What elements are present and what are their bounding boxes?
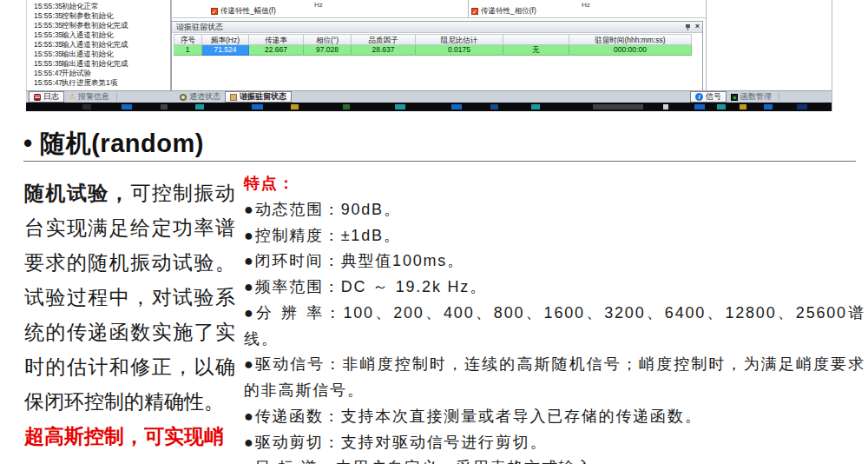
log-time: 15:55:47	[27, 69, 62, 78]
warning-icon: ⚠	[69, 93, 76, 101]
feature-item: ●闭环时间：典型值100ms。	[244, 249, 865, 275]
tab-alarm-info[interactable]: ⚠ 报警信息	[64, 91, 114, 103]
log-entry[interactable]: 15:55:35控制参数初始化	[27, 11, 170, 21]
taskbar-icon-fragment	[195, 104, 204, 109]
feature-item: ●驱动信号：非峭度控制时，连续的高斯随机信号；峭度控制时，为满足峭度要求的非高斯…	[244, 352, 865, 404]
tab-channel-status[interactable]: 通道状态	[175, 91, 225, 103]
intro-lead-text: 随机试验，	[24, 182, 130, 204]
taskbar-icon-fragment	[531, 104, 540, 109]
legend-label: 传递特性_幅值(f)	[220, 6, 276, 17]
column-header[interactable]: 传递率	[249, 34, 304, 45]
tab-separator	[116, 93, 117, 101]
tab-label: 日志	[43, 91, 59, 103]
log-message: 执行进度表第1项	[62, 78, 170, 88]
feature-item: ●目 标 谱：由用户自定义，采用表格方式输入	[244, 455, 865, 464]
taskbar-icon-fragment	[764, 104, 773, 109]
column-header[interactable]: 阻尼比估计	[416, 34, 503, 45]
log-message: 开始试验	[62, 69, 170, 78]
log-entry[interactable]: 15:55:47开始试验	[27, 69, 170, 78]
column-header[interactable]: 驻留时间(hhh:mm:ss)	[569, 34, 692, 45]
log-time: 15:55:35	[27, 11, 62, 21]
taskbar-icon-fragment	[740, 104, 746, 109]
software-screenshot-strip: 15:55:35初始化正常 15:55:35控制参数初始化 15:55:35控制…	[0, 0, 868, 111]
taskbar-icon-fragment	[451, 104, 462, 109]
tab-label: 信号	[706, 91, 721, 103]
column-header[interactable]: 频率(Hz)	[202, 34, 249, 45]
info-icon: i	[695, 93, 703, 101]
tab-resonance-dwell-status[interactable]: 谐振驻留状态	[225, 91, 292, 103]
panel-titlebar[interactable]: 谐振驻留状态 ×	[172, 22, 702, 33]
table-header-row: 序号 频率(Hz) 传递率 相位(°) 品质因子 阻尼比估计 驻留时间(hhh:…	[174, 34, 702, 45]
log-entry[interactable]: 15:55:47执行进度表第1项	[27, 78, 170, 88]
log-time: 15:55:35	[27, 50, 62, 59]
log-panel: 15:55:35初始化正常 15:55:35控制参数初始化 15:55:35控制…	[26, 0, 171, 91]
features-list: 特点： ●动态范围：90dB。 ●控制精度：±1dB。 ●闭环时间：典型值100…	[244, 171, 865, 464]
x-axis-unit-phase: Hz	[582, 1, 590, 9]
resonance-dwell-panel: 谐振驻留状态 × 序号 频率(Hz) 传递率 相位(°) 品质因子 阻尼比估计 …	[171, 21, 703, 91]
feature-item: ●动态范围：90dB。	[244, 197, 865, 223]
panel-title: 谐振驻留状态	[176, 23, 223, 31]
cell-extra[interactable]: 无	[503, 45, 569, 56]
log-icon	[34, 94, 41, 101]
tab-label: 谐振驻留状态	[240, 91, 286, 103]
cell-transmissibility[interactable]: 22.667	[249, 45, 304, 56]
function-manager-icon	[731, 94, 738, 101]
cell-dwell-time[interactable]: 000:00:00	[569, 45, 692, 56]
legend-magnitude[interactable]: ✓ 传递特性_幅值(f)	[211, 7, 276, 16]
log-entry[interactable]: 15:55:35输出通道初始化	[27, 50, 170, 59]
cell-phase[interactable]: 97.028	[304, 45, 352, 56]
feature-item: ●传递函数：支持本次直接测量或者导入已存储的传递函数。	[244, 404, 865, 430]
column-header[interactable]	[503, 34, 569, 45]
log-message: 输入通道初始化完成	[62, 40, 170, 50]
taskbar-icon-fragment	[252, 104, 263, 109]
taskbar-icon-fragment	[797, 104, 807, 109]
tab-separator	[779, 93, 779, 101]
taskbar-icon-fragment	[395, 104, 405, 109]
taskbar-icon-fragment	[490, 104, 498, 109]
dwell-table: 序号 频率(Hz) 传递率 相位(°) 品质因子 阻尼比估计 驻留时间(hhh:…	[174, 34, 702, 56]
panel-divider-left	[171, 0, 172, 21]
feature-item: ●驱动剪切：支持对驱动信号进行剪切。	[244, 430, 865, 456]
log-entry[interactable]: 15:55:35输出通道初始化完成	[27, 59, 170, 69]
log-message: 控制参数初始化完成	[62, 21, 170, 30]
taskbar-icon-fragment	[82, 104, 91, 109]
panel-divider-right[interactable]	[706, 0, 707, 91]
log-time: 15:55:47	[27, 78, 62, 88]
tab-log[interactable]: 日志	[29, 91, 64, 103]
close-icon[interactable]: ×	[695, 23, 700, 30]
table-row[interactable]: 1 71.524 22.667 97.028 28.637 0.0175 无 0…	[174, 45, 702, 56]
tab-signal[interactable]: i 信号	[690, 91, 727, 103]
log-time: 15:55:35	[27, 30, 62, 40]
taskbar-icon-fragment	[694, 104, 705, 109]
legend-label: 传递特性_相位(f)	[481, 6, 536, 17]
tab-function-management[interactable]: 函数管理	[727, 91, 776, 103]
dwell-status-icon	[230, 94, 237, 101]
legend-phase[interactable]: ✓ 传递特性_相位(f)	[471, 7, 536, 16]
log-entry[interactable]: 15:55:35初始化正常	[27, 2, 170, 11]
column-header[interactable]: 相位(°)	[304, 34, 352, 45]
taskbar-icon-fragment	[593, 104, 643, 109]
log-message: 输出通道初始化	[62, 50, 170, 59]
log-message: 输入通道初始化	[62, 30, 170, 40]
cell-index[interactable]: 1	[174, 45, 202, 56]
log-entry[interactable]: 15:55:35输入通道初始化完成	[27, 40, 170, 50]
checkbox-icon[interactable]: ✓	[211, 8, 218, 15]
features-title: 特点：	[244, 171, 865, 197]
window-right-border	[832, 0, 832, 111]
taskbar-icon-fragment	[343, 104, 350, 109]
log-entry[interactable]: 15:55:35输入通道初始化	[27, 30, 170, 40]
tab-label: 通道状态	[189, 91, 220, 103]
feature-item: ●分 辨 率：100、200、400、800、1600、3200、6400、12…	[244, 301, 865, 353]
cell-damping-ratio[interactable]: 0.0175	[416, 45, 503, 56]
pin-icon[interactable]	[685, 23, 691, 30]
checkbox-icon[interactable]: ✓	[471, 8, 478, 15]
column-header[interactable]: 序号	[174, 34, 202, 45]
cell-frequency-selected[interactable]: 71.524	[202, 45, 249, 56]
section-heading: • 随机(random)	[23, 127, 204, 162]
log-time: 15:55:35	[27, 40, 62, 50]
log-message: 输出通道初始化完成	[62, 59, 170, 69]
log-entry[interactable]: 15:55:35控制参数初始化完成	[27, 21, 170, 30]
column-header[interactable]: 品质因子	[352, 34, 416, 45]
cell-q-factor[interactable]: 28.637	[352, 45, 416, 56]
feature-item: ●控制精度：±1dB。	[244, 223, 865, 249]
